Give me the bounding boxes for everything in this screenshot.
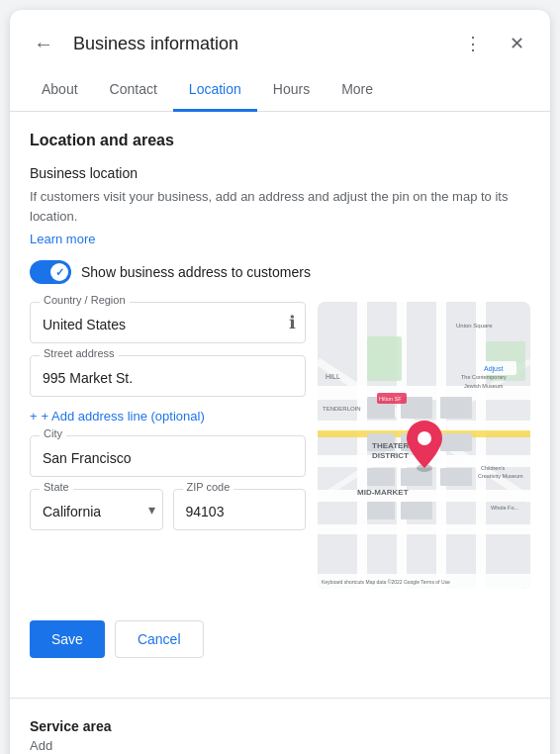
tab-location[interactable]: Location (173, 69, 257, 112)
back-icon: ← (34, 33, 53, 55)
state-zip-row: State California ▾ ZIP code (30, 489, 306, 530)
map-placeholder: HILL Union Square The Contemporary Jewis… (318, 302, 530, 589)
svg-text:Union Square: Union Square (456, 323, 493, 329)
main-card: ← Business information ⋮ ✕ About Contact… (10, 10, 550, 754)
close-icon: ✕ (510, 33, 524, 54)
service-area-title: Service area (30, 718, 530, 734)
back-button[interactable]: ← (26, 26, 61, 61)
state-select-wrapper: California ▾ (30, 489, 163, 530)
svg-rect-23 (401, 502, 432, 519)
svg-text:Keyboard shortcuts  Map data ©: Keyboard shortcuts Map data ©2022 Google… (322, 579, 450, 585)
tab-contact[interactable]: Contact (94, 69, 173, 112)
svg-text:MID-MARKET: MID-MARKET (357, 488, 409, 497)
toggle-row: ✓ Show business address to customers (30, 260, 530, 284)
cancel-button[interactable]: Cancel (115, 620, 204, 658)
tabs: About Contact Location Hours More (10, 69, 550, 112)
street-input[interactable] (30, 355, 306, 397)
state-select[interactable]: California (30, 489, 163, 530)
svg-rect-4 (318, 490, 530, 502)
info-icon[interactable]: ℹ (289, 312, 296, 333)
page-title: Business information (73, 34, 443, 54)
divider-1 (10, 698, 550, 699)
form-map-row: Country / Region ℹ Street address + + Ad… (30, 302, 530, 589)
toggle-check-icon: ✓ (55, 266, 64, 279)
map-container: HILL Union Square The Contemporary Jewis… (318, 302, 530, 589)
street-label: Street address (40, 347, 119, 359)
save-button[interactable]: Save (30, 620, 105, 658)
svg-rect-19 (367, 468, 395, 486)
header: ← Business information ⋮ ✕ (10, 10, 550, 61)
svg-text:TENDERLOIN: TENDERLOIN (323, 406, 361, 412)
svg-rect-6 (357, 302, 367, 589)
svg-rect-18 (440, 433, 472, 451)
tab-more[interactable]: More (326, 69, 389, 112)
more-icon: ⋮ (464, 33, 482, 54)
map-svg: HILL Union Square The Contemporary Jewis… (318, 302, 530, 589)
tab-hours[interactable]: Hours (257, 69, 326, 112)
add-address-label: + Add address line (optional) (42, 409, 205, 424)
close-button[interactable]: ✕ (499, 26, 534, 61)
svg-text:THEATER: THEATER (372, 441, 409, 450)
state-field-group: State California ▾ (30, 489, 163, 530)
toggle-thumb: ✓ (50, 263, 68, 281)
plus-icon: + (30, 409, 38, 424)
header-icons: ⋮ ✕ (455, 26, 534, 61)
country-input[interactable] (30, 302, 306, 343)
toggle-label: Show business address to customers (81, 264, 311, 280)
zip-field-group: ZIP code (173, 489, 307, 530)
zip-label: ZIP code (183, 481, 234, 493)
svg-rect-17 (440, 397, 472, 419)
svg-rect-9 (476, 302, 486, 589)
svg-text:Creativity Museum: Creativity Museum (478, 473, 523, 479)
svg-rect-21 (440, 468, 472, 486)
description-text: If customers visit your business, add an… (30, 187, 530, 226)
city-input[interactable] (30, 435, 306, 477)
more-button[interactable]: ⋮ (455, 26, 491, 61)
city-field-group: City (30, 435, 306, 477)
svg-text:Hilton SF: Hilton SF (379, 396, 402, 402)
country-field-group: Country / Region ℹ (30, 302, 306, 343)
street-field-group: Street address (30, 355, 306, 397)
country-label: Country / Region (40, 294, 130, 306)
location-content: Location and areas Business location If … (10, 112, 550, 678)
zip-input[interactable] (173, 489, 307, 530)
business-location-title: Business location (30, 165, 530, 181)
svg-text:HILL: HILL (326, 373, 340, 380)
svg-text:Adjust: Adjust (484, 365, 504, 373)
svg-rect-22 (367, 502, 395, 519)
toggle-track: ✓ (30, 260, 71, 284)
service-area-add[interactable]: Add (30, 738, 530, 753)
tab-about[interactable]: About (26, 69, 94, 112)
learn-more-link[interactable]: Learn more (30, 232, 95, 246)
svg-text:DISTRICT: DISTRICT (372, 451, 409, 460)
section-title: Location and areas (30, 132, 530, 149)
svg-rect-5 (318, 524, 530, 534)
country-input-wrapper: ℹ (30, 302, 306, 343)
svg-text:Children's: Children's (481, 465, 506, 471)
add-address-button[interactable]: + + Add address line (optional) (30, 409, 306, 424)
svg-text:Jewish Museum: Jewish Museum (464, 383, 504, 389)
svg-point-40 (418, 431, 431, 445)
svg-text:Whole Fo...: Whole Fo... (491, 505, 519, 511)
action-buttons: Save Cancel (30, 609, 530, 658)
service-area: Service area Add (10, 718, 550, 753)
city-label: City (40, 427, 66, 439)
form-col: Country / Region ℹ Street address + + Ad… (30, 302, 306, 530)
svg-rect-24 (367, 336, 402, 381)
state-label: State (40, 481, 73, 493)
show-address-toggle[interactable]: ✓ (30, 260, 71, 284)
